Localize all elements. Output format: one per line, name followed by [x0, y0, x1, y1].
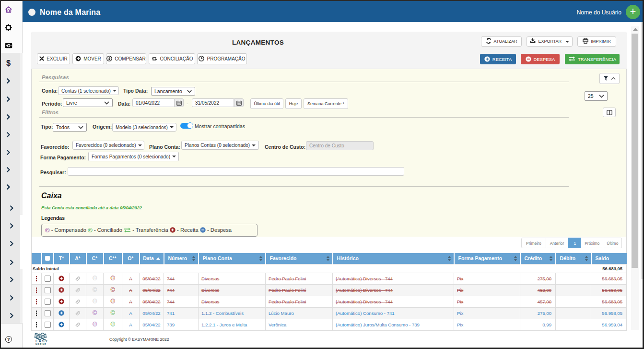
svg-text:MARINE: MARINE [35, 343, 47, 346]
